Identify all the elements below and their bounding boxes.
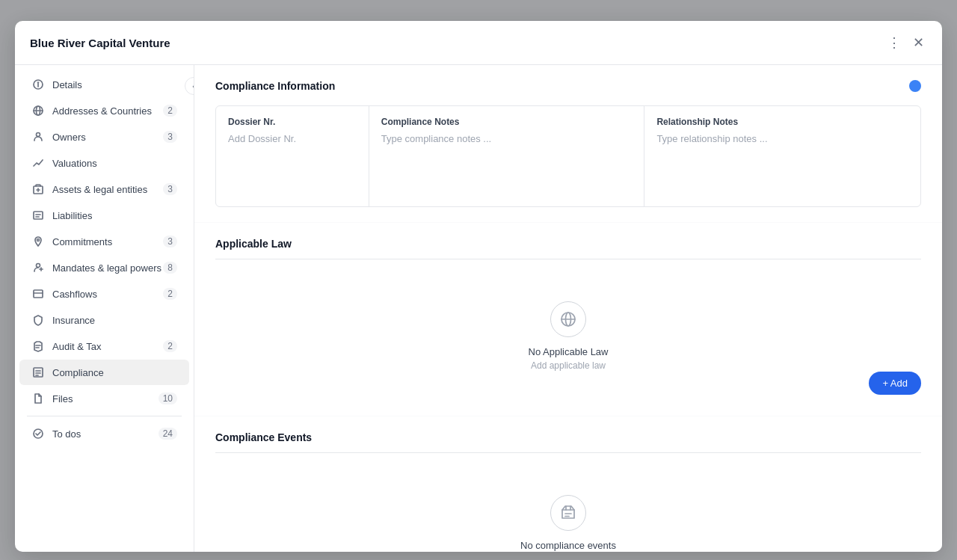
sidebar-item-count: 8 [163,262,177,274]
no-compliance-events-title: No compliance events [520,540,616,551]
info-icon [31,78,45,91]
share-icon [31,130,45,144]
relationship-notes-label: Relationship Notes [656,117,908,127]
sidebar-item-count: 3 [163,183,177,195]
applicable-law-title: Applicable Law [215,238,921,259]
globe-icon [31,104,45,117]
sidebar-item-label: Liabilities [52,210,177,221]
sidebar-item-valuations[interactable]: Valuations [19,150,189,176]
sidebar-item-liabilities[interactable]: Liabilities [19,203,189,228]
applicable-law-empty-state: No Applicable Law Add applicable law + A… [215,271,921,401]
sidebar-item-insurance[interactable]: Insurance [19,307,189,333]
sidebar-item-owners[interactable]: Owners 3 [19,124,189,150]
sidebar-item-count: 3 [163,131,177,143]
compliance-notes-label: Compliance Notes [381,117,633,127]
svg-point-14 [37,264,40,268]
sidebar-item-label: Addresses & Countries [52,105,163,117]
sidebar-item-label: Details [52,79,177,90]
svg-rect-10 [34,212,43,219]
assets-icon [31,182,45,196]
compliance-icon [31,366,45,379]
sidebar-item-count: 2 [163,340,177,352]
sidebar-item-count: 24 [159,428,177,440]
sidebar-item-todos[interactable]: To dos 24 [19,421,189,446]
svg-point-13 [37,239,40,241]
compliance-info-grid: Dossier Nr. Compliance Notes Relationshi… [215,105,921,207]
compliance-notes-field: Compliance Notes [369,106,645,206]
no-applicable-law-sub: Add applicable law [531,360,606,371]
sidebar-item-label: Audit & Tax [52,341,163,352]
mandates-icon [31,261,45,274]
sidebar-item-files[interactable]: Files 10 [19,386,189,411]
trend-icon [31,156,45,170]
dossier-field: Dossier Nr. [216,106,369,206]
add-applicable-law-button[interactable]: + Add [869,372,921,395]
compliance-events-title: Compliance Events [215,431,921,453]
sidebar-item-commitments[interactable]: Commitments 3 [19,229,189,254]
commitments-icon [31,235,45,248]
sidebar-item-label: Valuations [52,158,177,169]
sidebar-item-label: Cashflows [52,289,163,300]
sidebar-divider [27,416,182,416]
sidebar-item-mandates[interactable]: Mandates & legal powers 8 [19,255,189,280]
compliance-info-title: Compliance Information [215,80,335,92]
sidebar-item-details[interactable]: Details [19,72,189,97]
sidebar-item-label: Commitments [52,236,163,247]
dossier-input[interactable] [228,133,357,193]
sidebar-item-count: 10 [159,393,177,404]
relationship-notes-field: Relationship Notes [644,106,920,206]
files-icon [31,392,45,405]
sidebar-item-compliance[interactable]: Compliance [19,360,189,385]
sidebar-item-count: 2 [163,288,177,300]
insurance-icon [31,313,45,327]
compliance-notes-input[interactable] [381,133,633,193]
modal-header-actions: ⋮ ✕ [884,31,927,54]
relationship-notes-input[interactable] [656,133,908,193]
sidebar-item-count: 3 [163,236,177,247]
no-compliance-events-icon [550,495,586,531]
modal-window: Blue River Capital Venture ⋮ ✕ ‹ Details [15,21,942,552]
liabilities-icon [31,209,45,222]
no-applicable-law-icon [550,301,586,337]
section-header: Compliance Information [215,80,921,92]
compliance-events-empty-state: No compliance events Does this entity ha… [215,465,921,552]
compliance-info-section: Compliance Information Dossier Nr. Compl… [194,65,942,222]
sidebar-item-label: Assets & legal entities [52,184,163,195]
sidebar-item-label: Files [52,393,159,404]
svg-point-2 [38,82,39,83]
modal-header: Blue River Capital Venture ⋮ ✕ [15,21,942,65]
sidebar-item-label: Compliance [52,367,177,378]
applicable-law-section: Applicable Law No Applicable Law Add app… [194,223,942,416]
main-content: Compliance Information Dossier Nr. Compl… [194,65,942,552]
sidebar-item-audit[interactable]: Audit & Tax 2 [19,333,189,359]
audit-icon [31,339,45,353]
no-applicable-law-title: No Applicable Law [529,346,609,357]
sidebar-item-assets[interactable]: Assets & legal entities 3 [19,176,189,202]
sidebar-item-label: Insurance [52,315,177,326]
close-button[interactable]: ✕ [910,31,927,54]
svg-point-6 [37,133,40,137]
sidebar: ‹ Details Addresses & Countries 2 [15,65,194,552]
modal-title: Blue River Capital Venture [30,37,170,49]
sidebar-item-addresses[interactable]: Addresses & Countries 2 [19,98,189,123]
modal-body: ‹ Details Addresses & Countries 2 [15,65,942,552]
more-options-button[interactable]: ⋮ [884,31,904,54]
sidebar-item-label: Mandates & legal powers [52,262,163,274]
cashflows-icon [31,287,45,301]
sidebar-item-label: Owners [52,132,163,143]
sidebar-item-label: To dos [52,428,159,440]
dossier-label: Dossier Nr. [228,117,357,127]
svg-rect-17 [34,290,43,298]
check-icon [31,427,45,440]
sidebar-item-count: 2 [163,105,177,117]
section-status-dot [909,80,921,92]
compliance-events-section: Compliance Events N [194,416,942,552]
sidebar-item-cashflows[interactable]: Cashflows 2 [19,281,189,307]
